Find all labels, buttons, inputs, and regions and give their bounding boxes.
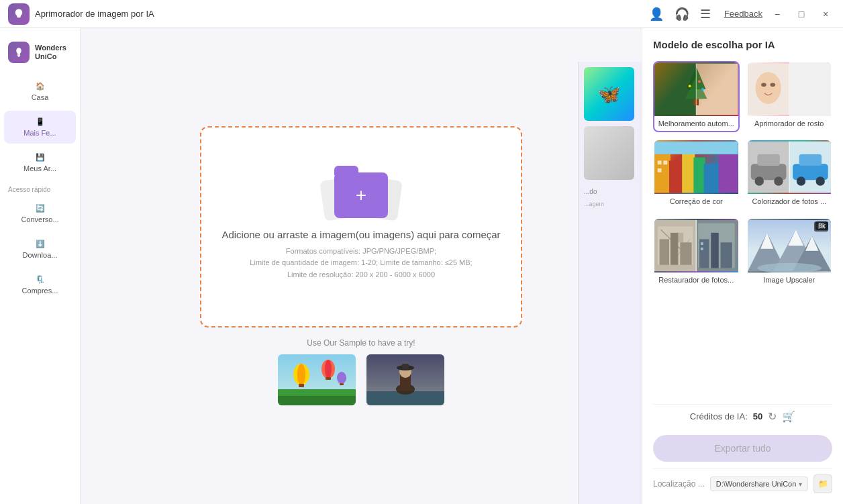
svg-rect-0 <box>17 55 21 56</box>
model-img-upscaler: 8k <box>748 219 832 272</box>
model-label-colorize: Colorizador de fotos ... <box>748 194 832 209</box>
drop-zone[interactable]: + Adicione ou arraste a imagem(ou imagen… <box>200 126 522 327</box>
model-card-photo-restore[interactable]: Restaurador de fotos... <box>653 217 740 289</box>
svg-point-57 <box>815 177 824 186</box>
logo-text: Wonders UniCo <box>35 44 66 61</box>
svg-rect-64 <box>660 239 669 264</box>
headphones-icon[interactable]: 🎧 <box>675 7 689 21</box>
sidebar-item-download[interactable]: ⬇️ Downloa... <box>4 233 76 266</box>
svg-rect-46 <box>658 168 662 172</box>
svg-point-35 <box>803 83 808 87</box>
model-card-auto-enhance[interactable]: Melhoramento autom... <box>653 61 740 132</box>
sidebar-item-my-files[interactable]: 💾 Meus Ar... <box>4 146 76 179</box>
refresh-icon[interactable]: ↻ <box>768 410 777 423</box>
sidebar-item-label-download: Downloa... <box>23 251 58 259</box>
svg-point-6 <box>297 364 305 385</box>
quick-access-label: Acesso rápido <box>0 181 80 196</box>
model-img-color <box>654 140 738 194</box>
model-img-restore <box>654 219 738 272</box>
app-container: Wonders UniCo 🏠 Casa 📱 Mais Fe... 💾 Meus… <box>0 28 843 504</box>
svg-rect-70 <box>711 232 718 268</box>
svg-rect-30 <box>789 64 831 115</box>
svg-rect-38 <box>654 154 671 193</box>
location-label: Localização ... <box>653 479 705 489</box>
model-card-upscaler[interactable]: 8k Image Upscaler <box>746 217 833 289</box>
butterfly-image: 🦋 <box>584 67 634 121</box>
svg-rect-41 <box>693 158 705 193</box>
svg-point-36 <box>811 83 817 87</box>
home-icon: 🏠 <box>36 82 45 91</box>
svg-rect-66 <box>680 242 691 265</box>
cart-icon[interactable]: 🛒 <box>782 410 795 423</box>
svg-rect-73 <box>701 247 703 250</box>
svg-point-34 <box>797 72 822 104</box>
right-preview-panel: 🦋 ...do ...agem <box>578 62 642 504</box>
sidebar-item-label-compress: Compres... <box>22 287 58 295</box>
svg-rect-10 <box>326 377 331 380</box>
model-label-auto: Melhoramento autom... <box>654 116 738 131</box>
model-img-face <box>748 62 832 116</box>
sidebar-item-label-convert: Converso... <box>21 215 58 223</box>
model-card-color-correct[interactable]: Correção de cor <box>653 139 740 210</box>
sample-balloon[interactable] <box>277 353 357 407</box>
sidebar-item-home[interactable]: 🏠 Casa <box>4 75 76 108</box>
svg-rect-39 <box>669 161 683 193</box>
maximize-button[interactable]: □ <box>792 5 811 23</box>
svg-rect-42 <box>704 164 720 193</box>
upscaler-badge: 8k <box>814 221 828 232</box>
panel-title: Modelo de escolha por IA <box>653 39 832 50</box>
credits-label: Créditos de IA: <box>690 411 748 421</box>
svg-rect-1 <box>18 56 20 57</box>
svg-rect-43 <box>719 154 738 193</box>
svg-point-32 <box>761 83 766 87</box>
svg-rect-71 <box>721 242 732 268</box>
close-button[interactable]: × <box>816 5 835 23</box>
folder-icon: + <box>334 172 388 218</box>
svg-rect-45 <box>663 161 667 165</box>
location-path-text: D:\Wondershare UniCon <box>716 480 797 488</box>
sample-person[interactable] <box>365 353 446 407</box>
svg-rect-19 <box>402 364 409 369</box>
sidebar: Wonders UniCo 🏠 Casa 📱 Mais Fe... 💾 Meus… <box>0 28 81 504</box>
app-logo: Wonders UniCo <box>0 36 80 74</box>
model-label-restore: Restaurador de fotos... <box>654 272 738 287</box>
titlebar: Aprimorador de imagem por IA 👤 🎧 ☰ Feedb… <box>0 0 843 28</box>
sample-label: Use Our Sample to have a try! <box>277 338 446 348</box>
menu-icon[interactable]: ☰ <box>700 7 711 21</box>
drop-title: Adicione ou arraste a imagem(ou imagens)… <box>221 229 500 240</box>
model-img-auto-enhance <box>654 62 738 116</box>
titlebar-actions: 👤 🎧 ☰ Feedback − □ × <box>649 5 835 23</box>
sidebar-item-compress[interactable]: 🗜️ Compres... <box>4 268 76 301</box>
svg-point-27 <box>701 88 704 91</box>
sidebar-item-more-features[interactable]: 📱 Mais Fe... <box>4 111 76 144</box>
model-img-colorize <box>748 140 832 194</box>
sample-section: Use Our Sample to have a try! <box>277 338 446 407</box>
sidebar-item-convert[interactable]: 🔄 Converso... <box>4 197 76 230</box>
sidebar-item-label-more: Mais Fe... <box>23 129 56 137</box>
svg-rect-4 <box>278 389 356 396</box>
svg-rect-12 <box>340 383 344 385</box>
plus-icon: + <box>356 185 366 206</box>
svg-point-52 <box>774 177 783 186</box>
preview-sublabel: ...agem <box>584 201 636 207</box>
model-card-face-enhance[interactable]: Aprimorador de rosto <box>746 61 833 132</box>
logo-icon <box>8 42 30 63</box>
feedback-link[interactable]: Feedback <box>724 9 762 19</box>
drop-subtitle: Formatos compatíveis: JPG/PNG/JPEG/BMP; … <box>250 246 472 281</box>
location-bar: Localização ... D:\Wondershare UniCon ▾ … <box>653 468 832 493</box>
svg-rect-44 <box>658 161 662 165</box>
download-icon: ⬇️ <box>36 240 45 248</box>
location-path[interactable]: D:\Wondershare UniCon ▾ <box>710 476 808 491</box>
svg-rect-55 <box>799 154 822 166</box>
user-icon[interactable]: 👤 <box>649 7 664 21</box>
right-panel: Modelo de escolha por IA <box>642 28 843 504</box>
drop-icon-wrap: + <box>334 172 388 218</box>
folder-open-icon: 📁 <box>818 479 828 489</box>
open-folder-button[interactable]: 📁 <box>813 474 832 493</box>
export-button[interactable]: Exportar tudo <box>653 435 832 462</box>
more-features-icon: 📱 <box>36 117 45 126</box>
model-card-colorize[interactable]: Colorizador de fotos ... <box>746 139 833 210</box>
sample-images <box>277 353 446 407</box>
app-logo-icon <box>8 3 30 25</box>
minimize-button[interactable]: − <box>768 5 787 23</box>
